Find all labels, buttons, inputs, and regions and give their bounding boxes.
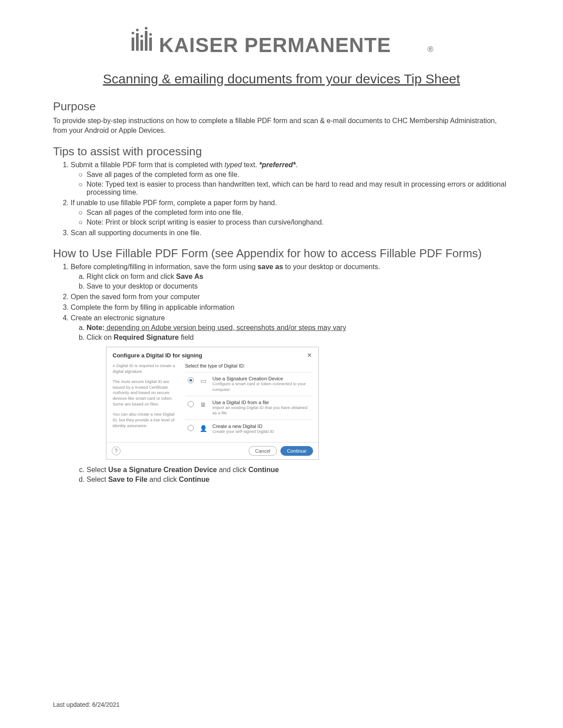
radio-icon[interactable] bbox=[188, 425, 194, 431]
svg-point-7 bbox=[140, 35, 143, 38]
radio-icon[interactable] bbox=[188, 377, 194, 383]
device-icon: ▭ bbox=[198, 376, 208, 386]
tip-sub-item: Scan all pages of the completed form int… bbox=[87, 209, 510, 217]
dialog-title: Configure a Digital ID for signing bbox=[113, 352, 202, 359]
close-icon[interactable]: ✕ bbox=[307, 352, 312, 359]
svg-rect-0 bbox=[132, 38, 134, 51]
howto-list: Before completing/filling in information… bbox=[53, 263, 510, 484]
tip-sub-item: Note: Typed text is easier to process th… bbox=[87, 180, 510, 196]
howto-step: Open the saved form from your computer bbox=[71, 293, 510, 301]
howto-step: Complete the form by filling in applicab… bbox=[71, 304, 510, 311]
help-icon[interactable]: ? bbox=[112, 447, 121, 455]
svg-point-5 bbox=[132, 32, 134, 34]
svg-point-6 bbox=[136, 29, 139, 31]
tips-heading: Tips to assist with processing bbox=[53, 145, 510, 158]
dialog-help-text: A Digital ID is required to create a dig… bbox=[113, 363, 179, 438]
svg-point-8 bbox=[145, 27, 147, 30]
tip-sublist: Save all pages of the completed form as … bbox=[71, 171, 510, 196]
howto-substep: Select Use a Signature Creation Device a… bbox=[87, 466, 510, 474]
file-icon: 🗎 bbox=[198, 400, 208, 409]
option-create-digital-id[interactable]: 👤 Create a new Digital ID Create your se… bbox=[185, 420, 312, 438]
tip-sub-item: Save all pages of the completed form as … bbox=[87, 171, 510, 179]
configure-digital-id-dialog: Configure a Digital ID for signing ✕ A D… bbox=[106, 347, 319, 460]
howto-substep: Right click on form and click Save As bbox=[87, 273, 510, 281]
howto-substep: Save to your desktop or documents bbox=[87, 282, 510, 290]
howto-substep: Click on Required Signature field bbox=[87, 334, 510, 341]
howto-substep: Note: depending on Adobe version being u… bbox=[87, 324, 510, 332]
svg-rect-1 bbox=[136, 33, 139, 51]
id-badge-icon: 👤 bbox=[198, 424, 208, 433]
howto-substep: Select Save to File and click Continue bbox=[87, 476, 510, 484]
purpose-heading: Purpose bbox=[53, 100, 510, 113]
svg-rect-3 bbox=[145, 31, 147, 51]
tip-item: Submit a fillable PDF form that is compl… bbox=[71, 161, 510, 196]
option-signature-device[interactable]: ▭ Use a Signature Creation Device Config… bbox=[185, 372, 312, 396]
brand-logo: KAISER PERMANENTE ® bbox=[53, 26, 510, 64]
tip-sub-item: Note: Print or block script writing is e… bbox=[87, 218, 510, 226]
dialog-subtitle: Select the type of Digital ID: bbox=[185, 363, 312, 368]
logo-text: KAISER PERMANENTE bbox=[159, 34, 391, 56]
option-digital-id-file[interactable]: 🗎 Use a Digital ID from a file Import an… bbox=[185, 396, 312, 420]
purpose-body: To provide step-by-step instructions on … bbox=[53, 116, 510, 135]
tip-sublist: Scan all pages of the completed form int… bbox=[71, 209, 510, 226]
svg-rect-2 bbox=[140, 40, 143, 51]
tip-item: If unable to use fillable PDF form, comp… bbox=[71, 199, 510, 226]
tips-list: Submit a fillable PDF form that is compl… bbox=[53, 161, 510, 237]
continue-button[interactable]: Continue bbox=[280, 446, 313, 456]
svg-rect-4 bbox=[149, 38, 152, 51]
svg-text:®: ® bbox=[427, 45, 433, 54]
howto-heading: How to Use Fillable PDF Form (see Append… bbox=[53, 247, 510, 260]
radio-icon[interactable] bbox=[188, 401, 194, 407]
tip-item: Scan all supporting documents in one fil… bbox=[71, 229, 510, 237]
document-title: Scanning & emailing documents from your … bbox=[53, 71, 510, 86]
svg-point-9 bbox=[149, 33, 152, 36]
howto-step: Create an electronic signature Note: dep… bbox=[71, 314, 510, 484]
cancel-button[interactable]: Cancel bbox=[249, 446, 277, 456]
howto-step: Before completing/filling in information… bbox=[71, 263, 510, 290]
